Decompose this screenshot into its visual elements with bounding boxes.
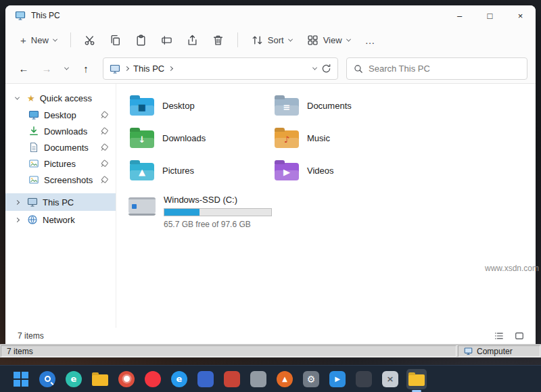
rename-button[interactable] bbox=[155, 28, 179, 51]
taskbar-opera-button[interactable] bbox=[143, 369, 163, 389]
sort-button[interactable]: Sort bbox=[245, 30, 299, 51]
taskbar-chrome-button[interactable] bbox=[116, 369, 137, 389]
sidebar-item-quick-access[interactable]: ★ Quick access bbox=[5, 89, 116, 107]
drive-info: Windows-SSD (C:) 65.7 GB free of 97.6 GB bbox=[164, 195, 272, 229]
taskbar-search-button[interactable] bbox=[37, 369, 57, 389]
new-button-label: New bbox=[31, 35, 49, 45]
window-controls: – □ × bbox=[444, 5, 536, 26]
more-options-button[interactable]: … bbox=[358, 28, 383, 51]
expand-chevron-icon[interactable] bbox=[14, 217, 19, 222]
drive-usage-bar bbox=[164, 208, 272, 216]
sidebar-item-label: Screenshots bbox=[44, 175, 93, 185]
address-dropdown-icon[interactable] bbox=[312, 66, 317, 70]
sidebar-item-downloads[interactable]: Downloads bbox=[5, 123, 116, 139]
play-glyph: ▶ bbox=[275, 163, 299, 180]
sidebar-item-this-pc[interactable]: This PC bbox=[5, 193, 116, 211]
taskbar-app-gray-button[interactable] bbox=[248, 369, 268, 389]
sidebar-item-network[interactable]: Network bbox=[5, 211, 116, 228]
maximize-button[interactable]: □ bbox=[475, 5, 505, 26]
folder-tile-music[interactable]: ♪ Music bbox=[270, 122, 415, 154]
watermark-text: www.xsdn.com bbox=[485, 264, 539, 273]
sidebar-item-pictures[interactable]: Pictures bbox=[5, 155, 116, 172]
close-button[interactable]: × bbox=[505, 5, 536, 26]
back-button[interactable]: ← bbox=[14, 59, 34, 79]
download-icon bbox=[28, 126, 39, 137]
expand-chevron-icon[interactable] bbox=[14, 199, 19, 204]
status-bar: 7 items bbox=[5, 328, 536, 344]
toolbar-divider bbox=[237, 32, 238, 47]
file-explorer-icon bbox=[408, 374, 425, 386]
delete-button[interactable] bbox=[206, 28, 231, 51]
command-toolbar: + New Sort View bbox=[5, 26, 536, 54]
search-icon bbox=[39, 371, 55, 387]
folder-tile-documents[interactable]: ≡ Documents bbox=[270, 89, 415, 122]
sidebar-item-label: This PC bbox=[43, 197, 74, 207]
play-icon: ▶ bbox=[329, 371, 346, 387]
address-bar[interactable]: This PC bbox=[103, 57, 338, 80]
opera-icon bbox=[145, 371, 161, 387]
taskbar-app-light-button[interactable]: × bbox=[380, 369, 400, 389]
picture-glyph: ▲ bbox=[130, 163, 154, 180]
folder-tile-desktop[interactable]: ■ Desktop bbox=[126, 89, 270, 122]
taskbar-edge-button[interactable]: e bbox=[64, 369, 84, 389]
taskbar-file-explorer-button[interactable] bbox=[406, 369, 427, 389]
expand-chevron-icon[interactable] bbox=[14, 95, 19, 99]
sidebar-item-desktop[interactable]: Desktop bbox=[5, 107, 116, 123]
folder-tile-videos[interactable]: ▶ Videos bbox=[270, 154, 415, 187]
large-icons-view-button[interactable] bbox=[513, 330, 526, 342]
folder-tile-downloads[interactable]: ↓ Downloads bbox=[126, 122, 270, 154]
hard-drive-icon bbox=[128, 197, 156, 214]
view-toggles bbox=[492, 330, 526, 342]
list-view-icon bbox=[494, 331, 504, 341]
taskbar-vlc-button[interactable]: ▲ bbox=[275, 369, 295, 389]
search-icon bbox=[354, 64, 363, 74]
internet-explorer-icon: e bbox=[171, 371, 187, 387]
folder-icon bbox=[92, 374, 108, 386]
view-grid-icon bbox=[307, 34, 319, 46]
folder-tile-pictures[interactable]: ▲ Pictures bbox=[126, 154, 270, 187]
chevron-down-icon bbox=[64, 66, 68, 70]
classic-item-count: 7 items bbox=[7, 347, 33, 356]
cut-button[interactable] bbox=[78, 28, 102, 51]
plus-icon: + bbox=[20, 35, 26, 45]
pin-icon bbox=[99, 158, 109, 168]
drive-tile-windows-ssd[interactable]: Windows-SSD (C:) 65.7 GB free of 97.6 GB bbox=[126, 195, 536, 229]
minimize-button[interactable]: – bbox=[444, 5, 475, 26]
taskbar-app-blue-button[interactable] bbox=[195, 369, 216, 389]
forward-button[interactable]: → bbox=[37, 59, 57, 79]
folder-icon: ↓ bbox=[130, 130, 154, 148]
network-globe-icon bbox=[27, 214, 38, 225]
new-button[interactable]: + New bbox=[14, 30, 64, 50]
copy-button[interactable] bbox=[103, 28, 128, 51]
sidebar-item-documents[interactable]: Documents bbox=[5, 139, 116, 155]
document-lines-glyph: ≡ bbox=[275, 98, 299, 116]
search-input[interactable] bbox=[369, 64, 520, 74]
breadcrumb-this-pc[interactable]: This PC bbox=[133, 64, 164, 74]
taskbar-ie-button[interactable]: e bbox=[169, 369, 189, 389]
picture-icon bbox=[28, 158, 39, 169]
drive-free-space-text: 65.7 GB free of 97.6 GB bbox=[164, 220, 272, 229]
taskbar-folder-button[interactable] bbox=[90, 369, 110, 389]
taskbar-settings-button[interactable]: ⚙ bbox=[301, 369, 321, 389]
refresh-icon[interactable] bbox=[321, 64, 331, 74]
app-icon: × bbox=[382, 371, 398, 387]
start-button[interactable] bbox=[11, 369, 31, 389]
up-button[interactable]: ↑ bbox=[76, 59, 96, 79]
share-button[interactable] bbox=[181, 28, 205, 51]
app-icon bbox=[197, 371, 214, 387]
sidebar-item-screenshots[interactable]: Screenshots bbox=[5, 172, 116, 188]
taskbar-app-dark-button[interactable] bbox=[354, 369, 374, 389]
recent-locations-button[interactable] bbox=[60, 59, 73, 79]
sort-icon bbox=[252, 34, 263, 46]
taskbar-app-red-button[interactable] bbox=[222, 369, 242, 389]
folder-name: Videos bbox=[307, 166, 334, 176]
paste-icon bbox=[135, 34, 147, 46]
taskbar-media-player-button[interactable]: ▶ bbox=[327, 369, 348, 389]
classic-items-pane: 7 items bbox=[1, 345, 456, 357]
edge-icon: e bbox=[66, 371, 82, 387]
view-button[interactable]: View bbox=[300, 30, 357, 51]
monitor-icon bbox=[28, 109, 39, 120]
paste-button[interactable] bbox=[129, 28, 154, 51]
computer-icon bbox=[464, 347, 473, 356]
details-view-button[interactable] bbox=[492, 330, 506, 342]
